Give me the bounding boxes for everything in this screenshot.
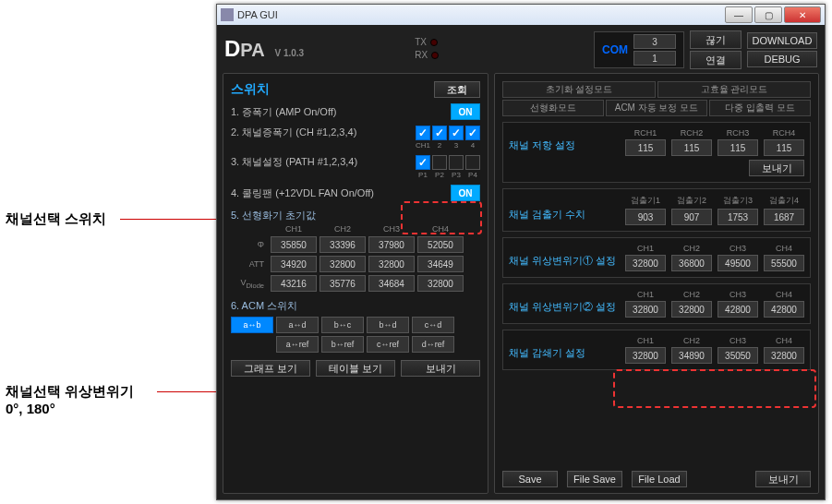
ch2-check[interactable]: ✓ (432, 126, 447, 140)
att-ch1[interactable]: 34920 (271, 256, 317, 272)
rx-label: RX (415, 50, 428, 60)
g3-v2[interactable]: 36800 (671, 255, 712, 271)
com-value-1[interactable]: 3 (633, 34, 676, 49)
g1-v4[interactable]: 115 (764, 139, 804, 156)
tab-efficiency-mode[interactable]: 고효율 관리모드 (657, 81, 811, 98)
tab-linear[interactable]: 선형화모드 (502, 100, 604, 116)
acm-bc[interactable]: b↔c (321, 317, 364, 333)
annotation-channel-switch: 채널선택 스위치 (6, 210, 106, 228)
col-ch1: CH1 (271, 224, 317, 234)
acm-cd[interactable]: c↔d (412, 317, 454, 333)
att-ch2[interactable]: 32800 (320, 256, 366, 272)
g5-v3[interactable]: 35050 (717, 347, 758, 364)
col-ch3: CH3 (368, 224, 415, 234)
maximize-button[interactable]: ▢ (754, 6, 782, 23)
left-panel-title: 스위치 조회 (231, 81, 480, 98)
acm-cref[interactable]: c↔ref (367, 336, 409, 353)
table-view-button[interactable]: 테이블 보기 (316, 360, 395, 377)
sub-tabs: 선형화모드 ACM 자동 보정 모드 다중 입출력 모드 (502, 100, 811, 116)
ch1-check[interactable]: ✓ (416, 126, 430, 140)
p2-check[interactable]: ✓ (432, 155, 447, 170)
phi-ch2[interactable]: 33396 (320, 236, 366, 253)
g4-v1[interactable]: 32800 (625, 301, 666, 318)
phi-ch3[interactable]: 37980 (368, 236, 415, 253)
g5-v2[interactable]: 34890 (671, 347, 712, 364)
g1-send-button[interactable]: 보내기 (749, 160, 804, 176)
switch-title: 스위치 (231, 81, 270, 98)
ch3-check[interactable]: ✓ (449, 126, 464, 140)
fan-row: 4. 쿨링팬 (+12VDL FAN On/Off) ON (231, 185, 480, 201)
g3-v1[interactable]: 32800 (625, 255, 666, 271)
tab-mimo[interactable]: 다중 입출력 모드 (709, 100, 811, 116)
titlebar: DPA GUI — ▢ ✕ (217, 5, 825, 25)
g4-v2[interactable]: 32800 (671, 301, 712, 318)
query-button[interactable]: 조회 (434, 81, 480, 98)
g3-title: 채널 위상변위기① 설정 (509, 254, 616, 268)
linearizer-title: 5. 선형화기 초기값 (231, 209, 480, 222)
connect-button[interactable]: 연결 (690, 51, 742, 69)
download-button[interactable]: DOWNLOAD (747, 32, 817, 49)
tx-label: TX (415, 37, 427, 47)
vd-ch3[interactable]: 34684 (368, 275, 415, 292)
g2-v4[interactable]: 1687 (764, 209, 804, 225)
vd-ch1[interactable]: 43216 (271, 275, 317, 292)
tab-init-mode[interactable]: 초기화 설정모드 (502, 81, 656, 98)
p1-check[interactable]: ✓ (416, 155, 430, 170)
phi-ch4[interactable]: 52050 (417, 236, 464, 253)
g5-v1[interactable]: 32800 (625, 347, 666, 364)
file-load-button[interactable]: File Load (632, 471, 687, 487)
main-tabs: 초기화 설정모드 고효율 관리모드 (502, 81, 811, 98)
acm-bref[interactable]: b↔ref (321, 336, 364, 353)
minimize-button[interactable]: — (725, 6, 753, 23)
acm-ab[interactable]: a↔b (231, 317, 273, 333)
logo-rest: PA (240, 40, 264, 60)
fan-on-button[interactable]: ON (451, 185, 480, 201)
right-send-button[interactable]: 보내기 (755, 471, 811, 487)
g2-title: 채널 검출기 수치 (509, 208, 585, 222)
logo-prefix: D (224, 36, 240, 61)
vd-ch2[interactable]: 35776 (320, 275, 366, 292)
fan-label: 4. 쿨링팬 (+12VDL FAN On/Off) (231, 186, 445, 200)
g2-v1[interactable]: 903 (625, 209, 666, 225)
g1-title: 채널 저항 설정 (509, 138, 575, 152)
tab-acm-auto[interactable]: ACM 자동 보정 모드 (606, 100, 707, 116)
g2-c1: 검출기1 (631, 195, 660, 207)
p3-check[interactable]: ✓ (449, 155, 464, 170)
g1-v3[interactable]: 115 (717, 139, 758, 156)
vd-ch4[interactable]: 32800 (417, 275, 464, 292)
ch4-check[interactable]: ✓ (465, 126, 480, 140)
g5-v4[interactable]: 32800 (764, 347, 804, 364)
close-button[interactable]: ✕ (784, 6, 821, 23)
acm-aref[interactable]: a↔ref (276, 336, 319, 353)
g3-v4[interactable]: 55500 (764, 255, 804, 271)
graph-view-button[interactable]: 그래프 보기 (231, 360, 310, 377)
g4-v3[interactable]: 42800 (717, 301, 758, 318)
annotation-phase-shifter: 채널선택 위상변위기 0°, 180° (6, 383, 134, 416)
disconnect-button[interactable]: 끊기 (690, 30, 742, 49)
att-ch3[interactable]: 32800 (368, 256, 415, 272)
file-save-button[interactable]: File Save (567, 471, 622, 487)
acm-ad[interactable]: a↔d (276, 317, 319, 333)
g2-v3[interactable]: 1753 (717, 209, 758, 225)
acm-bd[interactable]: b↔d (367, 317, 409, 333)
g3-v3[interactable]: 49500 (717, 255, 758, 271)
path-label: 3. 채널설정 (PATH #1,2,3,4) (231, 155, 410, 169)
g4-v4[interactable]: 42800 (764, 301, 804, 318)
debug-button[interactable]: DEBUG (747, 51, 817, 67)
com-value-2[interactable]: 1 (633, 51, 676, 66)
save-button[interactable]: Save (502, 471, 558, 487)
g5-c1: CH1 (637, 336, 654, 345)
phi-ch1[interactable]: 35850 (271, 236, 317, 253)
window-title: DPA GUI (237, 9, 278, 20)
g5-c2: CH2 (683, 336, 700, 345)
ch2-check-label: 2 (438, 141, 441, 150)
amp-on-button[interactable]: ON (451, 103, 480, 120)
g1-v2[interactable]: 115 (671, 139, 712, 156)
p4-check[interactable]: ✓ (465, 155, 480, 170)
p1-check-label: P1 (418, 171, 428, 179)
acm-dref[interactable]: d↔ref (412, 336, 454, 353)
g2-v2[interactable]: 907 (671, 209, 712, 225)
att-ch4[interactable]: 34649 (417, 256, 464, 272)
left-send-button[interactable]: 보내기 (401, 360, 480, 377)
g1-v1[interactable]: 115 (625, 139, 666, 156)
